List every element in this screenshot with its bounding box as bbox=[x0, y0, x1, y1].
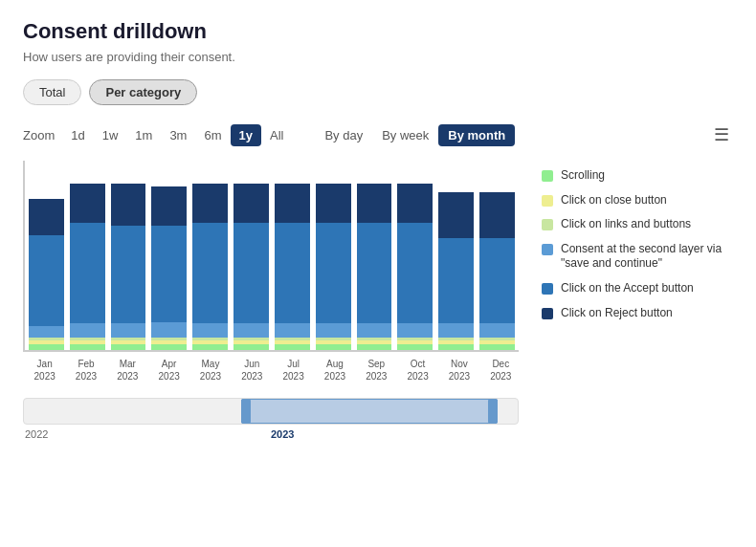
bar-group bbox=[479, 192, 515, 350]
period-by-week[interactable]: By week bbox=[372, 124, 438, 146]
bar-label: Oct2023 bbox=[400, 358, 435, 383]
legend-item: Consent at the second layer via "save an… bbox=[542, 242, 733, 272]
zoom-all[interactable]: All bbox=[261, 124, 292, 146]
zoom-3m[interactable]: 3m bbox=[161, 124, 195, 146]
bar-label: Jul2023 bbox=[276, 358, 311, 383]
period-by-day[interactable]: By day bbox=[315, 124, 372, 146]
bar-group bbox=[70, 184, 105, 350]
bar-group bbox=[397, 184, 433, 350]
legend-item: Click on the Accept button bbox=[542, 281, 733, 296]
timeline-handle-left[interactable] bbox=[241, 399, 251, 424]
legend-label: Click on the Accept button bbox=[561, 281, 694, 296]
timeline-handle-right[interactable] bbox=[488, 399, 498, 424]
legend-item: Scrolling bbox=[542, 168, 733, 184]
bar-group bbox=[233, 184, 269, 350]
legend-label: Click on close button bbox=[561, 193, 667, 208]
bar-stack[interactable] bbox=[397, 184, 433, 350]
legend-color-swatch bbox=[542, 170, 553, 182]
bar-label: Jan2023 bbox=[27, 358, 62, 383]
legend-color-swatch bbox=[542, 219, 553, 230]
legend-label: Click on links and buttons bbox=[561, 217, 691, 232]
zoom-1w[interactable]: 1w bbox=[94, 124, 127, 146]
zoom-label: Zoom bbox=[23, 128, 55, 142]
bar-label: Dec2023 bbox=[483, 358, 519, 383]
legend-item: Click on close button bbox=[542, 193, 733, 208]
bar-stack[interactable] bbox=[357, 184, 392, 350]
bars-wrapper bbox=[23, 161, 519, 352]
zoom-group: Zoom 1d 1w 1m 3m 6m 1y All By day By wee… bbox=[23, 124, 515, 146]
bar-group bbox=[192, 184, 228, 350]
legend-item: Click on links and buttons bbox=[542, 217, 733, 232]
timeline-bar[interactable] bbox=[23, 398, 519, 425]
bar-group bbox=[111, 184, 146, 350]
timeline-year-2022: 2022 bbox=[25, 428, 48, 440]
legend-color-swatch bbox=[542, 308, 553, 319]
chart-menu-icon[interactable]: ☰ bbox=[710, 120, 733, 149]
bar-label: Jun2023 bbox=[234, 358, 270, 383]
chart-toolbar: Zoom 1d 1w 1m 3m 6m 1y All By day By wee… bbox=[23, 120, 733, 149]
bar-label: Apr2023 bbox=[151, 358, 187, 383]
zoom-1d[interactable]: 1d bbox=[62, 124, 93, 146]
bar-stack[interactable] bbox=[479, 192, 515, 350]
page-subtitle: How users are providing their consent. bbox=[23, 50, 733, 64]
chart-area: Jan2023Feb2023Mar2023Apr2023May2023Jun20… bbox=[23, 161, 733, 440]
legend-item: Click on Reject button bbox=[542, 306, 733, 321]
timeline-section: 2022 2023 bbox=[23, 398, 519, 440]
legend-label: Consent at the second layer via "save an… bbox=[561, 242, 733, 272]
bar-label: Nov2023 bbox=[441, 358, 477, 383]
period-by-month[interactable]: By month bbox=[438, 124, 515, 146]
bar-stack[interactable] bbox=[275, 184, 310, 350]
bar-label: Sep2023 bbox=[359, 358, 394, 383]
bar-labels: Jan2023Feb2023Mar2023Apr2023May2023Jun20… bbox=[23, 358, 519, 383]
legend-color-swatch bbox=[542, 244, 553, 255]
zoom-1y[interactable]: 1y bbox=[231, 124, 261, 146]
bar-stack[interactable] bbox=[70, 184, 105, 350]
page-title: Consent drilldown bbox=[23, 19, 733, 44]
bar-group bbox=[151, 186, 187, 350]
zoom-6m[interactable]: 6m bbox=[195, 124, 230, 146]
view-toggle-group: Total Per category bbox=[23, 79, 733, 105]
toggle-per-category[interactable]: Per category bbox=[89, 79, 197, 105]
bar-stack[interactable] bbox=[151, 186, 187, 350]
bar-chart: Jan2023Feb2023Mar2023Apr2023May2023Jun20… bbox=[23, 161, 519, 440]
zoom-1m[interactable]: 1m bbox=[126, 124, 161, 146]
bar-label: Mar2023 bbox=[110, 358, 145, 383]
legend-color-swatch bbox=[542, 283, 553, 295]
toggle-total[interactable]: Total bbox=[23, 79, 81, 105]
bar-group bbox=[357, 184, 392, 350]
bar-label: Aug2023 bbox=[317, 358, 352, 383]
bar-stack[interactable] bbox=[316, 184, 351, 350]
bar-stack[interactable] bbox=[438, 192, 474, 350]
legend-label: Scrolling bbox=[561, 168, 605, 184]
bar-group bbox=[316, 184, 351, 350]
bar-group bbox=[29, 199, 64, 350]
bar-stack[interactable] bbox=[29, 199, 64, 350]
bar-label: Feb2023 bbox=[68, 358, 103, 383]
legend-color-swatch bbox=[542, 195, 553, 207]
timeline-selection bbox=[241, 399, 498, 424]
bar-group bbox=[438, 192, 474, 350]
legend-label: Click on Reject button bbox=[561, 306, 673, 321]
chart-legend: ScrollingClick on close buttonClick on l… bbox=[542, 161, 733, 330]
bar-group bbox=[275, 184, 310, 350]
bar-label: May2023 bbox=[192, 358, 228, 383]
bar-stack[interactable] bbox=[111, 184, 146, 350]
timeline-labels: 2022 2023 bbox=[23, 428, 519, 440]
bar-stack[interactable] bbox=[233, 184, 269, 350]
bar-stack[interactable] bbox=[192, 184, 228, 350]
timeline-year-2023: 2023 bbox=[271, 428, 294, 440]
